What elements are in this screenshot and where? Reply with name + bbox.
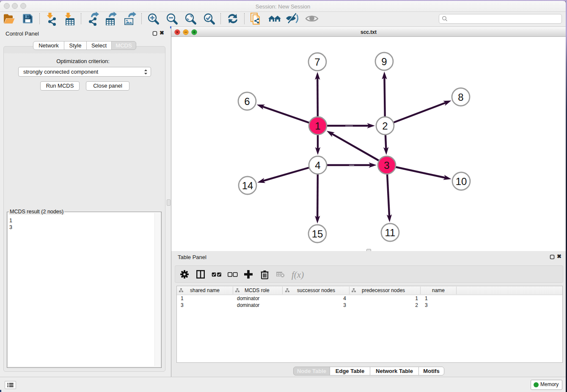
svg-text:8: 8 (458, 91, 463, 103)
svg-text:6: 6 (244, 96, 250, 107)
svg-text:1: 1 (315, 120, 320, 132)
svg-text:9: 9 (381, 56, 387, 67)
svg-text:15: 15 (312, 228, 323, 240)
svg-text:f(x): f(x) (292, 270, 304, 280)
svg-text:14: 14 (242, 180, 253, 191)
svg-text:2: 2 (382, 120, 388, 132)
svg-text:3: 3 (384, 160, 389, 171)
svg-text:11: 11 (385, 227, 396, 238)
svg-text:10: 10 (456, 176, 467, 187)
svg-text:7: 7 (314, 56, 320, 68)
svg-text:4: 4 (315, 160, 320, 171)
